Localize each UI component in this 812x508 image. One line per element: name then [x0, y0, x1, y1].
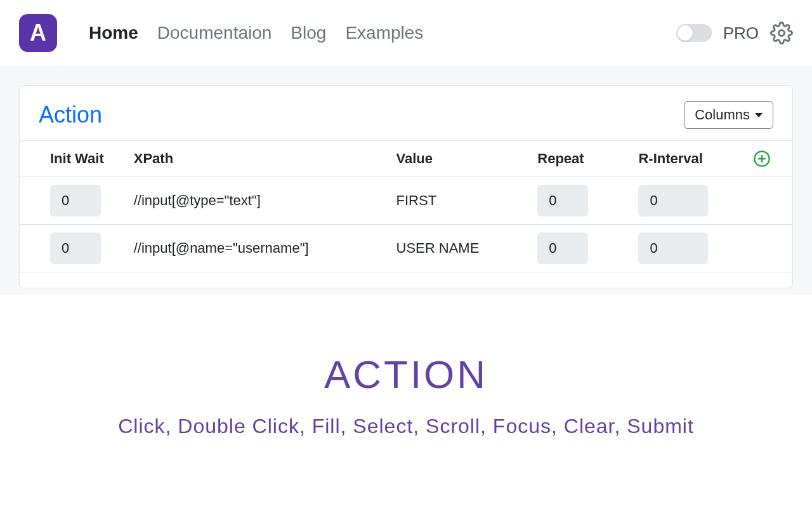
value-cell[interactable]: USER NAME: [390, 225, 532, 272]
table-row: //input[@name="username"] USER NAME: [20, 225, 792, 272]
nav-blog[interactable]: Blog: [291, 23, 326, 43]
nav-documentation[interactable]: Documentaion: [157, 23, 272, 43]
pro-label: PRO: [723, 23, 759, 43]
plus-circle-icon[interactable]: [753, 150, 771, 168]
main-area: Action Columns Init Wait XPath Value Rep…: [0, 66, 812, 295]
action-table: Init Wait XPath Value Repeat R-Interval …: [20, 140, 792, 272]
hero-title: ACTION: [13, 352, 799, 397]
gear-icon[interactable]: [770, 22, 793, 44]
card-header: Action Columns: [20, 101, 792, 140]
hero-subtitle: Click, Double Click, Fill, Select, Scrol…: [13, 415, 799, 438]
nav-right: PRO: [676, 22, 793, 44]
th-xpath: XPath: [128, 141, 390, 177]
card-title: Action: [39, 102, 102, 128]
pro-toggle-knob: [678, 25, 693, 41]
app-logo[interactable]: A: [19, 14, 57, 52]
xpath-cell[interactable]: //input[@name="username"]: [128, 225, 390, 272]
svg-point-0: [779, 30, 785, 36]
th-repeat: Repeat: [531, 141, 632, 177]
logo-letter: A: [30, 20, 46, 46]
th-r-interval: R-Interval: [632, 141, 746, 177]
action-card: Action Columns Init Wait XPath Value Rep…: [19, 85, 793, 288]
nav-examples[interactable]: Examples: [345, 23, 423, 43]
repeat-input[interactable]: [537, 185, 588, 217]
xpath-cell[interactable]: //input[@type="text"]: [128, 177, 390, 225]
table-row: //input[@type="text"] FIRST: [20, 177, 792, 225]
hero: ACTION Click, Double Click, Fill, Select…: [0, 295, 812, 438]
r-interval-input[interactable]: [638, 232, 708, 264]
pro-toggle[interactable]: [676, 24, 712, 42]
init-wait-input[interactable]: [50, 232, 101, 264]
columns-button-label: Columns: [695, 107, 750, 123]
init-wait-input[interactable]: [50, 185, 101, 217]
columns-button[interactable]: Columns: [684, 101, 773, 129]
value-cell[interactable]: FIRST: [390, 177, 532, 225]
chevron-down-icon: [755, 113, 763, 117]
th-add: [747, 141, 792, 177]
th-init-wait: Init Wait: [20, 141, 128, 177]
nav-home[interactable]: Home: [89, 23, 138, 43]
th-value: Value: [390, 141, 532, 177]
repeat-input[interactable]: [537, 232, 588, 264]
r-interval-input[interactable]: [638, 185, 708, 217]
navbar: A Home Documentaion Blog Examples PRO: [0, 0, 812, 66]
nav-links: Home Documentaion Blog Examples: [89, 23, 676, 43]
